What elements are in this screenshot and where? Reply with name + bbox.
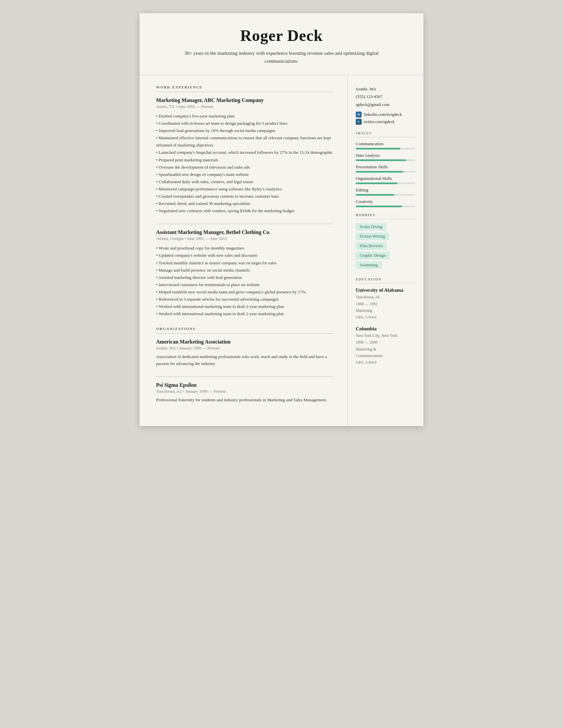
linkedin-icon: in [356,112,362,117]
job-2-bullet-5: • Assisted marketing director with lead … [156,274,334,281]
edu-1-school: University of Alabama [356,287,415,293]
contact-block: Seattle, WA (555) 123-4567 rgdeck@gmail.… [356,85,415,125]
twitter-icon: 🐦 [356,119,362,125]
job-2-meta: Atlanta, Georgia • June 1992 — June 2012 [156,236,334,241]
orgs-label: ORGANIZATIONS [156,327,334,331]
job-1-bullet-7: • Oversaw the development of television … [156,164,334,171]
edu-1-degree: Marketing [356,307,415,314]
job-1-bullet-9: • Collaborated daily with sales, creativ… [156,178,334,185]
job-1-bullet-8: • Spearheaded new design of company's ma… [156,171,334,178]
skill-data-analysis-name: Data Analysis [356,153,415,158]
skill-editing-name: Editing [356,187,415,193]
job-1-bullet-1: • Drafted company's five-year marketing … [156,113,334,120]
resume-body: WORK EXPERIENCE Marketing Manager, ABC M… [140,75,423,426]
skill-communication-name: Communication [356,141,415,147]
contact-location: Seattle, WA [356,85,415,93]
hobbies-label: HOBBIES [356,213,415,217]
job-2-bullet-9: • Worked with international marketing te… [156,303,334,310]
contact-phone: (555) 123-4567 [356,93,415,100]
work-experience-section: WORK EXPERIENCE Marketing Manager, ABC M… [156,85,334,317]
skills-label: SKILLS [356,131,415,135]
org-2-meta: Tuscaloosa, AZ • January 1999 — Present [156,389,334,394]
job-1-bullet-5: • Launched company's Snapchat account, w… [156,149,334,156]
contact-email: rgdeck@gmail.com [356,101,415,108]
work-experience-label: WORK EXPERIENCE [156,85,334,89]
org-1: American Marketing Association Seattle, … [156,339,334,367]
org-2-desc: Professional fraternity for students and… [156,397,334,404]
job-1-bullet-12: • Recruited, hired, and trained 30 marke… [156,200,334,207]
edu-1: University of Alabama Tuscaloosa, AL 198… [356,287,415,321]
job-1-bullet-10: • Monitored campaign performance using s… [156,185,334,193]
job-2: Assistant Marketing Manager, Bethel Clot… [156,229,334,317]
skill-presentation: Presentation Skills [356,164,415,173]
candidate-subtitle: 30+ years in the marketing industry with… [182,49,381,65]
job-1-bullet-11: • Created sweepstakes and giveaway conte… [156,193,334,200]
job-2-bullet-2: • Updated company's website with new sal… [156,252,334,259]
job-2-title: Assistant Marketing Manager, Bethel Clot… [156,229,334,235]
skill-communication: Communication [356,141,415,149]
hobby-film-reviews: Film Reviews [356,242,387,250]
hobby-graphic-design: Graphic Design [356,252,390,259]
edu-2-school: Columbia [356,326,415,332]
edu-2-location: New York City, New York [356,332,415,339]
skill-presentation-name: Presentation Skills [356,164,415,170]
main-column: WORK EXPERIENCE Marketing Manager, ABC M… [140,75,348,426]
skill-editing: Editing [356,187,415,196]
resume-header: Roger Deck 30+ years in the marketing in… [140,13,423,75]
hobbies-section: HOBBIES Scuba Diving Fiction Writing Fil… [356,213,415,271]
linkedin-url: linkedin.com/in/rgdeck [364,112,402,117]
edu-1-years: 1988 — 1992 [356,301,415,307]
skill-organizational-name: Organizational Skills [356,176,415,181]
skills-section: SKILLS Communication Data Analysis Prese… [356,131,415,207]
education-section: EDUCATION University of Alabama Tuscaloo… [356,278,415,366]
skill-creativity: Creativity [356,199,415,207]
job-1-bullet-4: • Maintained effective internal communic… [156,134,334,149]
organizations-section: ORGANIZATIONS American Marketing Associa… [156,327,334,403]
job-2-bullet-4: • Manage and build presence on social me… [156,267,334,274]
skill-organizational: Organizational Skills [356,176,415,184]
hobby-scuba-diving: Scuba Diving [356,223,386,231]
sidebar-column: Seattle, WA (555) 123-4567 rgdeck@gmail.… [348,75,423,426]
job-1-title: Marketing Manager, ABC Marketing Company [156,97,334,103]
org-1-name: American Marketing Association [156,339,334,345]
job-1-bullets: • Drafted company's five-year marketing … [156,113,334,215]
org-2-name: Psi Sigma Epsilon [156,382,334,388]
org-1-meta: Seattle, WA • January 1990 — Present [156,346,334,351]
skill-data-analysis: Data Analysis [356,153,415,161]
org-1-desc: Association of dedicated marketing profe… [156,353,334,367]
linkedin-row: in linkedin.com/in/rgdeck [356,112,415,117]
hobby-fiction-writing: Fiction Writing [356,233,389,240]
skill-creativity-name: Creativity [356,199,415,204]
job-2-bullet-1: • Wrote and proofread copy for monthly m… [156,245,334,252]
job-2-bullets: • Wrote and proofread copy for monthly m… [156,245,334,317]
hobby-swimming: Swimming [356,261,382,269]
job-1-bullet-6: • Prepared print marketing materials [156,156,334,164]
twitter-url: twitter.com/rgdeck [364,119,395,124]
resume-document: Roger Deck 30+ years in the marketing in… [140,13,423,426]
edu-2-years: 1998 — 2000 [356,339,415,346]
edu-1-gpa: GPA: 3.9/4.0 [356,314,415,320]
job-2-bullet-6: • Interviewed customers for testimonials… [156,281,334,288]
job-1-bullet-3: • Improved lead generations by 10% throu… [156,127,334,134]
edu-2-degree: Marketing &Communications [356,346,415,359]
edu-2-gpa: GPA: 3.9/4.0 [356,359,415,366]
job-2-bullet-10: • Worked with international marketing te… [156,310,334,317]
twitter-row: 🐦 twitter.com/rgdeck [356,119,415,125]
job-1-bullet-2: • Coordinated with in-house art team to … [156,120,334,127]
job-2-bullet-8: • Referenced in 3 separate articles for … [156,296,334,303]
job-1-meta: Austin, TX • June 1992 — Present [156,104,334,109]
edu-1-location: Tuscaloosa, AL [356,294,415,300]
candidate-name: Roger Deck [159,26,404,45]
org-2: Psi Sigma Epsilon Tuscaloosa, AZ • Janua… [156,382,334,404]
job-2-bullet-7: • Helped establish new social media team… [156,288,334,296]
edu-2: Columbia New York City, New York 1998 — … [356,326,415,366]
hobbies-tags: Scuba Diving Fiction Writing Film Review… [356,223,415,271]
education-label: EDUCATION [356,278,415,281]
job-1: Marketing Manager, ABC Marketing Company… [156,97,334,215]
job-1-bullet-13: • Negotiated new contracts with vendors,… [156,207,334,215]
job-2-bullet-3: • Tracked monthly statistics to ensure c… [156,259,334,267]
